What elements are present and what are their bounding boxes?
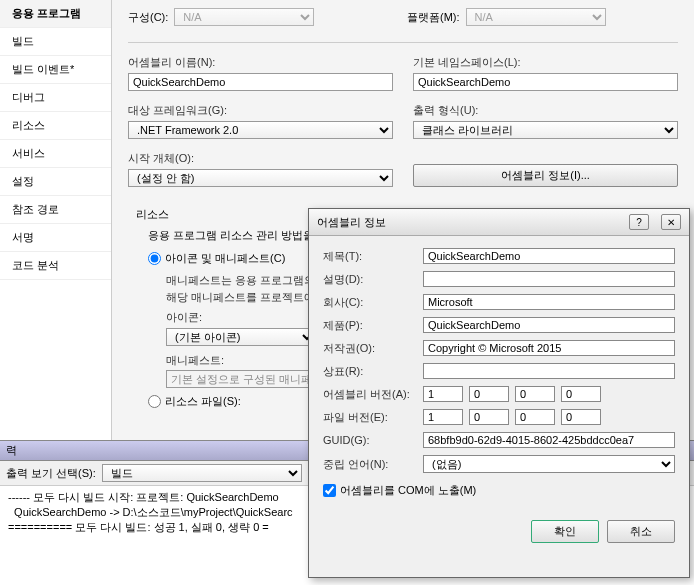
output-type-select[interactable]: 클래스 라이브러리 [413, 121, 678, 139]
dlg-copyright-input[interactable] [423, 340, 675, 356]
dlg-desc-label: 설명(D): [323, 272, 423, 287]
dlg-title-label: 제목(T): [323, 249, 423, 264]
dlg-file-version-2[interactable] [515, 409, 555, 425]
dlg-neutral-lang-label: 중립 언어(N): [323, 457, 423, 472]
dlg-asm-version-3[interactable] [561, 386, 601, 402]
dlg-desc-input[interactable] [423, 271, 675, 287]
dlg-asm-version-label: 어셈블리 버전(A): [323, 387, 423, 402]
resource-file-radio[interactable] [148, 395, 161, 408]
framework-select[interactable]: .NET Framework 2.0 [128, 121, 393, 139]
output-toolbar-label: 출력 보기 선택(S): [6, 466, 96, 481]
sidebar-item-signing[interactable]: 서명 [0, 224, 111, 252]
platform-select: N/A [466, 8, 606, 26]
sidebar-item-application[interactable]: 응용 프로그램 [0, 0, 111, 28]
sidebar-item-services[interactable]: 서비스 [0, 140, 111, 168]
dlg-copyright-label: 저작권(O): [323, 341, 423, 356]
platform-label: 플랫폼(M): [407, 10, 460, 25]
sidebar-item-build[interactable]: 빌드 [0, 28, 111, 56]
startup-select[interactable]: (설정 안 함) [128, 169, 393, 187]
dlg-file-version-1[interactable] [469, 409, 509, 425]
sidebar-item-settings[interactable]: 설정 [0, 168, 111, 196]
manifest-input [166, 370, 316, 388]
icon-manifest-label: 아이콘 및 매니페스트(C) [165, 251, 285, 266]
namespace-label: 기본 네임스페이스(L): [413, 55, 678, 70]
namespace-input[interactable] [413, 73, 678, 91]
dlg-company-label: 회사(C): [323, 295, 423, 310]
dlg-neutral-lang-select[interactable]: (없음) [423, 455, 675, 473]
dlg-asm-version-0[interactable] [423, 386, 463, 402]
resource-file-label: 리소스 파일(S): [165, 394, 241, 409]
sidebar-item-debug[interactable]: 디버그 [0, 84, 111, 112]
dlg-company-input[interactable] [423, 294, 675, 310]
dlg-file-version-0[interactable] [423, 409, 463, 425]
dlg-trademark-label: 상표(R): [323, 364, 423, 379]
dlg-guid-input[interactable] [423, 432, 675, 448]
config-select: N/A [174, 8, 314, 26]
dlg-com-label: 어셈블리를 COM에 노출(M) [340, 483, 476, 498]
dlg-guid-label: GUID(G): [323, 434, 423, 446]
assembly-info-dialog: 어셈블리 정보 ? ✕ 제목(T): 설명(D): 회사(C): 제품(P): … [308, 208, 690, 578]
close-button[interactable]: ✕ [661, 214, 681, 230]
dialog-title: 어셈블리 정보 [317, 215, 386, 230]
dlg-title-input[interactable] [423, 248, 675, 264]
dlg-product-label: 제품(P): [323, 318, 423, 333]
sidebar-item-code-analysis[interactable]: 코드 분석 [0, 252, 111, 280]
help-button[interactable]: ? [629, 214, 649, 230]
sidebar: 응용 프로그램 빌드 빌드 이벤트* 디버그 리소스 서비스 설정 참조 경로 … [0, 0, 112, 440]
dlg-file-version-label: 파일 버전(E): [323, 410, 423, 425]
dlg-com-checkbox[interactable] [323, 484, 336, 497]
sidebar-item-reference-paths[interactable]: 참조 경로 [0, 196, 111, 224]
config-label: 구성(C): [128, 10, 168, 25]
output-type-label: 출력 형식(U): [413, 103, 678, 118]
startup-label: 시작 개체(O): [128, 151, 393, 166]
dlg-file-version-3[interactable] [561, 409, 601, 425]
dlg-product-input[interactable] [423, 317, 675, 333]
dlg-asm-version-1[interactable] [469, 386, 509, 402]
ok-button[interactable]: 확인 [531, 520, 599, 543]
assembly-name-label: 어셈블리 이름(N): [128, 55, 393, 70]
dlg-trademark-input[interactable] [423, 363, 675, 379]
framework-label: 대상 프레임워크(G): [128, 103, 393, 118]
icon-select[interactable]: (기본 아이콘) [166, 328, 316, 346]
sidebar-item-build-events[interactable]: 빌드 이벤트* [0, 56, 111, 84]
assembly-name-input[interactable] [128, 73, 393, 91]
cancel-button[interactable]: 취소 [607, 520, 675, 543]
assembly-info-button[interactable]: 어셈블리 정보(I)... [413, 164, 678, 187]
icon-manifest-radio[interactable] [148, 252, 161, 265]
sidebar-item-resources[interactable]: 리소스 [0, 112, 111, 140]
output-source-select[interactable]: 빌드 [102, 464, 302, 482]
dlg-asm-version-2[interactable] [515, 386, 555, 402]
